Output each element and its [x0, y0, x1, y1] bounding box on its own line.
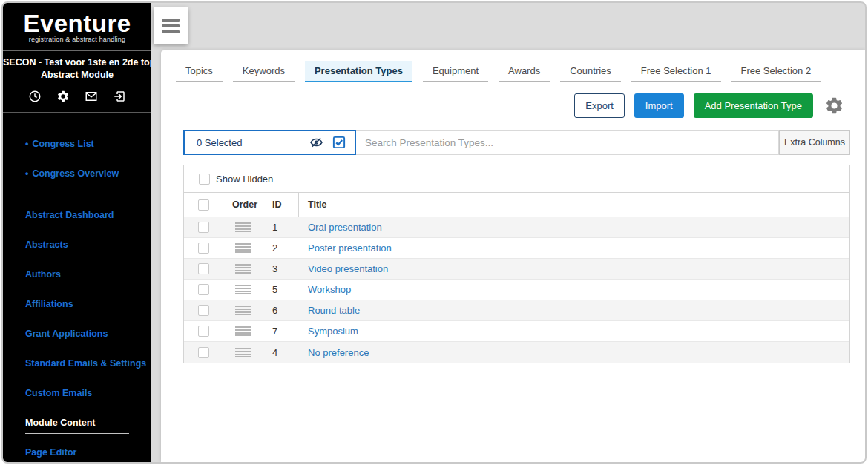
main-area: Topics Keywords Presentation Types Equip… [151, 3, 865, 462]
sidebar-item-label: Abstract Dashboard [25, 210, 114, 220]
tab-countries[interactable]: Countries [560, 61, 621, 82]
sidebar-menu: • Congress List • Congress Overview Abst… [3, 113, 151, 464]
list-toolbar: 0 Selected Extra Columns [183, 130, 850, 155]
show-hidden-label: Show Hidden [216, 174, 273, 185]
sidebar-item-label: Module Content [25, 418, 95, 428]
row-id: 3 [263, 263, 299, 274]
sidebar-item-congress-list[interactable]: • Congress List [3, 129, 151, 159]
sidebar-item-label: Congress List [32, 139, 93, 149]
selection-icons [309, 136, 346, 149]
tab-topics[interactable]: Topics [176, 61, 223, 82]
search-field [356, 130, 779, 155]
table-row: 7 Symposium [184, 321, 849, 342]
sidebar-item-label: Affiliations [25, 299, 73, 309]
row-checkbox[interactable] [198, 326, 209, 337]
row-title-link[interactable]: No preference [308, 347, 369, 358]
row-id: 1 [263, 222, 299, 233]
sidebar-item-standard-emails[interactable]: Standard Emails & Settings [3, 349, 151, 378]
column-header-id[interactable]: ID [263, 193, 299, 217]
drag-handle-icon[interactable] [235, 326, 251, 336]
sidebar-item-abstracts[interactable]: Abstracts [3, 230, 151, 260]
selection-dropdown[interactable]: 0 Selected [183, 130, 356, 155]
row-checkbox[interactable] [198, 284, 209, 295]
tab-equipment[interactable]: Equipment [423, 61, 488, 82]
row-id: 4 [263, 347, 299, 358]
row-checkbox[interactable] [198, 347, 209, 358]
export-button[interactable]: Export [574, 93, 625, 118]
row-checkbox[interactable] [198, 243, 209, 254]
bullet: • [25, 168, 28, 179]
sidebar-item-grant-applications[interactable]: Grant Applications [3, 319, 151, 349]
show-hidden-checkbox[interactable] [199, 174, 210, 185]
tab-free-selection-2[interactable]: Free Selection 2 [731, 61, 821, 82]
sidebar-item-affiliations[interactable]: Affiliations [3, 289, 151, 319]
sidebar-item-authors[interactable]: Authors [3, 260, 151, 289]
sidebar-item-label: Abstracts [25, 240, 68, 250]
menu-bar [162, 30, 180, 33]
sidebar-icon-row [3, 90, 151, 103]
search-input[interactable] [356, 131, 778, 154]
row-checkbox[interactable] [198, 222, 209, 233]
row-id: 2 [263, 243, 299, 254]
sidebar-item-label: Congress Overview [32, 168, 119, 179]
selected-count-label: 0 Selected [197, 137, 242, 148]
row-title-link[interactable]: Workshop [308, 284, 351, 295]
row-title-link[interactable]: Video presentation [308, 263, 388, 274]
row-checkbox[interactable] [198, 263, 209, 274]
menu-bar [162, 24, 180, 27]
row-title-link[interactable]: Symposium [308, 326, 358, 337]
drag-handle-icon[interactable] [235, 306, 251, 315]
content-panel: Topics Keywords Presentation Types Equip… [161, 50, 865, 462]
show-hidden-row: Show Hidden [184, 165, 849, 193]
tab-free-selection-1[interactable]: Free Selection 1 [631, 61, 721, 82]
table-header: Order ID Title [184, 193, 849, 217]
header-select-checkbox[interactable] [198, 199, 209, 211]
sidebar-item-label: Page Editor [25, 447, 76, 458]
clock-icon[interactable] [28, 90, 42, 103]
tab-presentation-types[interactable]: Presentation Types [305, 61, 412, 82]
abstract-module-link[interactable]: Abstract Module [3, 70, 151, 80]
row-checkbox[interactable] [198, 305, 209, 316]
extra-columns-button[interactable]: Extra Columns [779, 130, 850, 155]
drag-handle-icon[interactable] [235, 264, 251, 274]
logout-icon[interactable] [113, 90, 126, 103]
row-id: 7 [263, 326, 299, 337]
sidebar-item-abstract-dashboard[interactable]: Abstract Dashboard [3, 200, 151, 230]
add-presentation-type-button[interactable]: Add Presentation Type [694, 93, 813, 118]
drag-handle-icon[interactable] [235, 222, 251, 232]
import-button[interactable]: Import [634, 93, 684, 118]
mail-icon[interactable] [85, 90, 98, 103]
row-id: 6 [263, 305, 299, 316]
drag-handle-icon[interactable] [235, 348, 251, 357]
drag-handle-icon[interactable] [235, 285, 251, 294]
table-row: 3 Video presentation [184, 259, 849, 280]
tab-bar: Topics Keywords Presentation Types Equip… [161, 50, 865, 82]
table-row: 1 Oral presentation [184, 217, 849, 238]
sidebar-item-label: Authors [25, 269, 61, 280]
select-all-checkbox-icon[interactable] [332, 136, 346, 149]
row-title-link[interactable]: Poster presentation [308, 243, 392, 254]
logo-title: Eventure [3, 10, 151, 37]
tab-awards[interactable]: Awards [499, 61, 550, 82]
row-id: 5 [263, 284, 299, 295]
bullet: • [25, 139, 28, 149]
table-row: 2 Poster presentation [184, 238, 849, 259]
sidebar-item-congress-overview[interactable]: • Congress Overview [3, 159, 151, 188]
gear-icon[interactable] [56, 90, 70, 103]
sidebar-item-page-editor[interactable]: Page Editor [3, 438, 151, 464]
menu-icon[interactable] [154, 7, 188, 44]
table-row: 5 Workshop [184, 280, 849, 300]
presentation-types-table: Show Hidden Order ID Title 1 Oral presen… [183, 165, 850, 363]
tab-keywords[interactable]: Keywords [233, 61, 295, 82]
menu-bar [162, 19, 180, 22]
active-item-underline [25, 433, 129, 434]
row-title-link[interactable]: Oral presentation [308, 222, 382, 233]
row-title-link[interactable]: Round table [308, 305, 360, 316]
settings-gear-icon[interactable] [824, 96, 844, 116]
drag-handle-icon[interactable] [235, 243, 251, 253]
column-header-order[interactable]: Order [223, 193, 263, 217]
logo: Eventure registration & abstract handlin… [3, 3, 151, 51]
column-header-title[interactable]: Title [299, 193, 849, 217]
eye-slash-icon[interactable] [309, 136, 324, 149]
sidebar-item-custom-emails[interactable]: Custom Emails [3, 378, 151, 408]
